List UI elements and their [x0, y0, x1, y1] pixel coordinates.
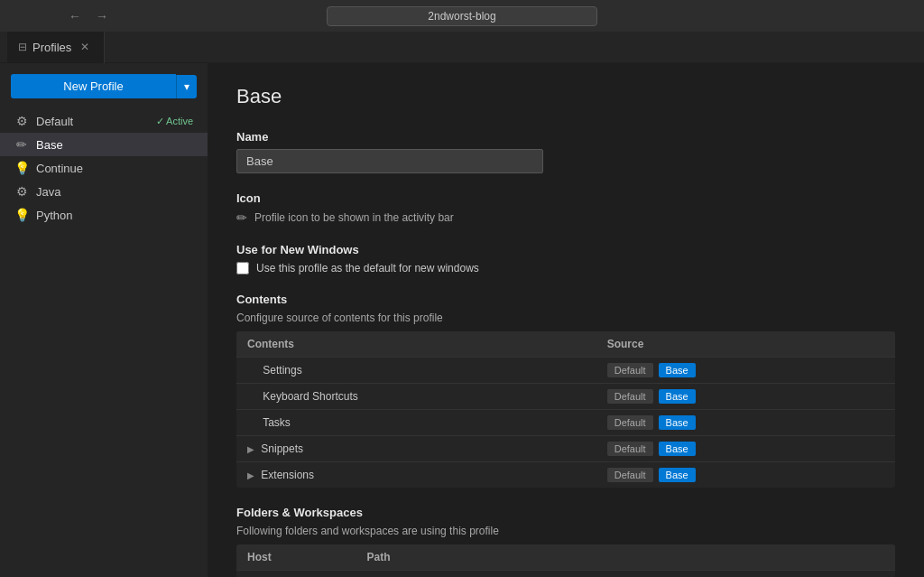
java-icon: ⚙ [14, 184, 29, 199]
folders-desc: Following folders and workspaces are usi… [236, 525, 895, 537]
icon-desc: Profile icon to be shown in the activity… [254, 211, 454, 224]
search-input[interactable] [327, 6, 597, 26]
sidebar-item-label-python: Python [36, 209, 193, 222]
forward-button[interactable]: → [90, 5, 114, 27]
titlebar: ← → [0, 0, 924, 32]
new-windows-label: Use this profile as the default for new … [256, 262, 479, 275]
icon-section-title: Icon [236, 191, 895, 205]
source-default-button[interactable]: Default [607, 363, 653, 377]
source-default-button[interactable]: Default [607, 389, 653, 404]
sidebar-item-python[interactable]: 💡 Python [0, 203, 208, 227]
table-row: Tasks Default Base [236, 410, 895, 436]
sidebar-item-default[interactable]: ⚙ Default ✓ Active [0, 109, 208, 133]
sidebar-item-continue[interactable]: 💡 Continue [0, 156, 208, 180]
source-base-button[interactable]: Base [659, 415, 696, 430]
expand-icon[interactable]: ▶ [247, 444, 254, 454]
name-section: Name [236, 130, 895, 173]
table-row: Settings Default Base [236, 358, 895, 384]
contents-cell: Keyboard Shortcuts [236, 384, 596, 410]
profiles-tab[interactable]: ⊟ Profiles ✕ [7, 32, 105, 63]
default-icon: ⚙ [14, 114, 29, 128]
sidebar-item-label-continue: Continue [36, 162, 193, 175]
sidebar: New Profile ▾ ⚙ Default ✓ Active ✏ Base … [0, 63, 208, 577]
base-icon: ✏ [14, 137, 29, 152]
name-input[interactable] [236, 149, 543, 173]
source-cell: Default Base [596, 410, 895, 436]
source-cell: Default Base [596, 358, 895, 384]
contents-cell: ▶ Snippets [236, 436, 596, 462]
new-profile-dropdown-button[interactable]: ▾ [176, 75, 197, 98]
col-source-header: Source [596, 331, 895, 358]
col-path-header: Path [356, 544, 895, 571]
path-cell: /Users/tamas/git/email-sourcing-pipeline [356, 571, 895, 578]
tab-close-button[interactable]: ✕ [77, 39, 93, 55]
folders-tbody: Local /Users/tamas/git/email-sourcing-pi… [236, 571, 895, 578]
contents-label: Keyboard Shortcuts [263, 390, 357, 403]
col-host-header: Host [236, 544, 356, 571]
contents-desc: Configure source of contents for this pr… [236, 312, 895, 324]
folders-title: Folders & Workspaces [236, 506, 895, 519]
sidebar-item-java[interactable]: ⚙ Java [0, 180, 208, 203]
tab-icon: ⊟ [18, 41, 27, 53]
contents-label: Settings [263, 364, 301, 377]
source-cell: Default Base [596, 384, 895, 410]
contents-title: Contents [236, 293, 895, 306]
profile-icon: ✏ [236, 210, 247, 225]
folders-table: Host Path Local /Users/tamas/git/email-s… [236, 544, 895, 577]
sidebar-item-base[interactable]: ✏ Base [0, 133, 208, 156]
source-default-button[interactable]: Default [607, 442, 653, 456]
content-area: Base Name Icon ✏ Profile icon to be show… [208, 63, 924, 577]
new-profile-container: New Profile ▾ [11, 74, 197, 98]
sidebar-item-label-base: Base [36, 138, 193, 152]
new-windows-section: Use for New Windows Use this profile as … [236, 243, 895, 275]
contents-label: Tasks [263, 416, 291, 429]
table-row: ▶ Extensions Default Base [236, 462, 895, 489]
table-row: Local /Users/tamas/git/email-sourcing-pi… [236, 571, 895, 578]
main-layout: New Profile ▾ ⚙ Default ✓ Active ✏ Base … [0, 63, 924, 577]
folders-section: Folders & Workspaces Following folders a… [236, 506, 895, 577]
contents-cell: Tasks [236, 410, 596, 436]
source-base-button[interactable]: Base [659, 389, 696, 404]
tabbar: ⊟ Profiles ✕ [0, 32, 924, 63]
contents-table: Contents Source Settings Default Base Ke… [236, 331, 895, 488]
sidebar-items-list: ⚙ Default ✓ Active ✏ Base 💡 Continue ⚙ J… [0, 109, 208, 227]
tab-label: Profiles [32, 41, 71, 54]
table-row: ▶ Snippets Default Base [236, 436, 895, 462]
table-row: Keyboard Shortcuts Default Base [236, 384, 895, 410]
continue-icon: 💡 [14, 161, 29, 175]
sidebar-item-label-default: Default [36, 115, 149, 128]
sidebar-item-badge-default: ✓ Active [156, 116, 193, 127]
back-button[interactable]: ← [63, 5, 87, 27]
contents-tbody: Settings Default Base Keyboard Shortcuts… [236, 358, 895, 489]
source-default-button[interactable]: Default [607, 468, 653, 482]
col-contents-header: Contents [236, 331, 596, 358]
contents-cell: ▶ Extensions [236, 462, 596, 489]
source-base-button[interactable]: Base [659, 442, 696, 456]
contents-cell: Settings [236, 358, 596, 384]
expand-icon[interactable]: ▶ [247, 470, 254, 480]
contents-label: Extensions [261, 469, 314, 481]
source-default-button[interactable]: Default [607, 415, 653, 430]
new-profile-button[interactable]: New Profile [11, 74, 176, 98]
new-windows-checkbox-row: Use this profile as the default for new … [236, 262, 895, 275]
host-cell: Local [236, 571, 356, 578]
source-base-button[interactable]: Base [659, 468, 696, 482]
python-icon: 💡 [14, 208, 29, 222]
titlebar-nav: ← → [63, 5, 114, 27]
source-cell: Default Base [596, 462, 895, 489]
page-title: Base [236, 85, 895, 108]
contents-label: Snippets [261, 442, 303, 455]
contents-section: Contents Configure source of contents fo… [236, 293, 895, 488]
icon-row: ✏ Profile icon to be shown in the activi… [236, 210, 895, 225]
sidebar-item-label-java: Java [36, 185, 193, 199]
name-section-title: Name [236, 130, 895, 144]
source-base-button[interactable]: Base [659, 363, 696, 377]
source-cell: Default Base [596, 436, 895, 462]
icon-section: Icon ✏ Profile icon to be shown in the a… [236, 191, 895, 225]
new-windows-title: Use for New Windows [236, 243, 895, 256]
new-windows-checkbox[interactable] [236, 262, 249, 275]
